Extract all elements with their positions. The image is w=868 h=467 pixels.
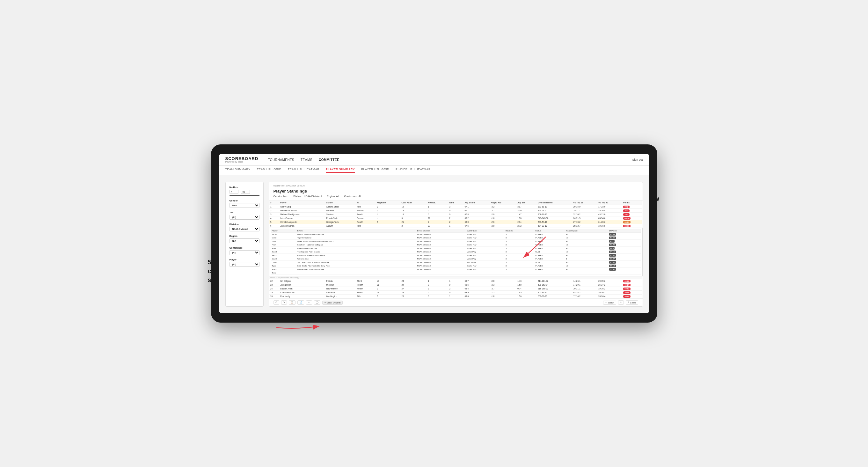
tablet-frame: SCOREBOARD Powered by clippi TOURNAMENTS… [211, 145, 657, 322]
filter-player-select[interactable]: (All) [229, 262, 259, 267]
points-badge[interactable]: 68.34 [623, 217, 630, 220]
th-reg-rank: Reg Rank [375, 200, 400, 205]
filter-no-rds-max[interactable] [241, 190, 250, 194]
points-badge[interactable]: 88.2 [623, 206, 629, 208]
tooltip-data-row: Tezh [271, 271, 641, 275]
points-badge[interactable]: 58.18 [623, 225, 630, 227]
table-row: 24 Bastien Amat New Mexico Fourth 1 27 2… [269, 287, 642, 291]
points-badge[interactable]: 70.2 [623, 213, 629, 216]
points-badge[interactable]: 60.02 [623, 287, 630, 290]
filter-panel: No Rds. - Gender Men [225, 182, 264, 307]
tooltip-data-row: PrichSouthern Highlands CollegiateNCAA D… [271, 243, 641, 247]
points-badge[interactable]: 60.68 [623, 280, 630, 282]
filter-conference-select[interactable]: (All) [229, 250, 259, 255]
th-points: Points [622, 200, 642, 205]
th-school: School [325, 200, 356, 205]
filter-slider[interactable] [229, 195, 259, 196]
filter-no-rds-label: No Rds. [229, 186, 259, 189]
cell-record: 381-61-11 [536, 205, 572, 209]
th-adj-score: Adj. Score [463, 200, 489, 205]
table-row: 23 Jack Lundin Missouri Fourth 11 24 0 0… [269, 283, 642, 287]
tooltip-content: Player Event Event Division Event Type R… [269, 228, 642, 276]
table-scroll-area[interactable]: # Player School Yr Reg Rank Conf Rank No… [269, 200, 643, 299]
settings-button[interactable]: ◯ [314, 300, 320, 305]
filter-year-select[interactable]: (All) [229, 215, 259, 220]
data-panel-filters: Gender: Men Division: NCAA Division I Re… [274, 195, 638, 198]
nav-bar: SCOREBOARD Powered by clippi TOURNAMENTS… [219, 154, 649, 166]
cell-player: Wenyi Ding [279, 205, 325, 209]
cell-points[interactable]: 88.2 [622, 205, 642, 209]
data-panel-header: Update time: 27/01/2024 16:56:26 Player … [269, 182, 643, 200]
cell-wins: 3 [448, 205, 463, 209]
tooltip-data-row: DavidWilliams CupNCAA Division IMatch Pl… [271, 257, 641, 261]
main-content: No Rds. - Gender Men [219, 175, 649, 313]
nav-link-tournaments[interactable]: TOURNAMENTS [268, 158, 294, 162]
points-badge[interactable]: 60.89 [623, 221, 630, 223]
redo-button[interactable]: ↷ [281, 300, 287, 305]
table-row: 1 Wenyi Ding Arizona State First 1 15 1 … [269, 205, 642, 209]
filter-chip-region: Region: All [327, 195, 339, 198]
data-panel-title: Player Standings [274, 189, 638, 193]
filter-region-section: Region N/A [229, 235, 259, 243]
undo-button[interactable]: ↶ [274, 300, 279, 305]
logo-sub: Powered by clippi [225, 161, 258, 163]
cell-rank: 1 [269, 205, 279, 209]
nav-link-committee[interactable]: COMMITTEE [319, 158, 340, 162]
table-row: 26 Petr Hruby Washington Fifth 7 23 0 1 … [269, 294, 642, 299]
cell-adj-score: 67.1 [463, 205, 489, 209]
sub-nav-player-summary[interactable]: PLAYER SUMMARY [326, 168, 355, 173]
watch-button[interactable]: 👁 Watch [603, 301, 616, 305]
th-rank: # [269, 200, 279, 205]
share-button[interactable]: ⇧ Share [626, 300, 638, 305]
filter-conference-label: Conference [229, 246, 259, 249]
filter-no-rds-min[interactable] [229, 190, 239, 194]
copy-button[interactable]: 📋 [289, 300, 296, 305]
table-row: 2 Michael La Sasso Ole Miss Second 1 18 … [269, 209, 642, 213]
standings-table: # Player School Yr Reg Rank Conf Rank No… [269, 200, 643, 299]
nav-link-teams[interactable]: TEAMS [301, 158, 312, 162]
sub-nav-team-summary[interactable]: TEAM SUMMARY [225, 168, 251, 173]
download-button[interactable]: ⬇ [618, 300, 624, 305]
points-badge[interactable]: 39.95 [623, 291, 630, 294]
filter-region-label: Region [229, 235, 259, 238]
th-wins: Wins [448, 200, 463, 205]
sub-nav-player-h2h-heatmap[interactable]: PLAYER H2H HEATMAP [396, 168, 431, 173]
sub-nav: TEAM SUMMARY TEAM H2H GRID TEAM H2H HEAT… [219, 166, 649, 175]
filter-region-select[interactable]: N/A [229, 239, 259, 243]
data-panel: Update time: 27/01/2024 16:56:26 Player … [269, 182, 643, 307]
sub-nav-team-h2h-heatmap[interactable]: TEAM H2H HEATMAP [288, 168, 319, 173]
th-vs25: Vs Top 25 [572, 200, 597, 205]
th-yr: Yr [356, 200, 375, 205]
th-player: Player [279, 200, 325, 205]
filter-division-section: Division NCAA Division I [229, 223, 259, 231]
filter-division-select[interactable]: NCAA Division I [229, 227, 259, 231]
nav-right: Sign out [632, 158, 643, 161]
points-badge[interactable]: 38.49 [623, 295, 630, 298]
filter-gender-label: Gender [229, 199, 259, 202]
cell-conf-rank: 15 [400, 205, 427, 209]
cell-avg-sg: 3.07 [516, 205, 536, 209]
view-original-button[interactable]: 👁 View: Original [322, 301, 343, 305]
bottom-bar: ↶ ↷ 📋 📄 ⋯ ◯ 👁 View: Original 👁 [269, 299, 643, 306]
table-row: 6 Jackson Kohon Auburn First - 2 27 1 67… [269, 224, 642, 228]
tooltip-data-row: BrenWake Forest Invitational at Pinehurs… [271, 240, 641, 243]
cell-vs25: 29-15-0 [572, 205, 597, 209]
th-vs50: Vs Top 50 [597, 200, 622, 205]
filter-division-label: Division [229, 223, 259, 226]
sub-nav-team-h2h-grid[interactable]: TEAM H2H GRID [257, 168, 281, 173]
tooltip-cell: Player Event Event Division Event Type R… [269, 228, 642, 276]
filter-conference-section: Conference (All) [229, 246, 259, 255]
sub-nav-player-h2h-grid[interactable]: PLAYER H2H GRID [361, 168, 389, 173]
cell-yr: First [356, 205, 375, 209]
filter-player-section: Player (All) [229, 258, 259, 267]
points-badge[interactable]: 76.2 [623, 210, 629, 212]
filter-year-label: Year [229, 211, 259, 214]
filter-gender-select[interactable]: Men Women [229, 203, 259, 208]
more-button[interactable]: ⋯ [306, 300, 312, 305]
table-row: Rows 7–21 (collapsed for display) [269, 276, 642, 279]
sign-out-link[interactable]: Sign out [632, 158, 643, 161]
filter-no-rds: No Rds. - [229, 186, 259, 196]
logo-area: SCOREBOARD Powered by clippi [225, 157, 258, 163]
paste-button[interactable]: 📄 [298, 300, 304, 305]
points-badge[interactable]: 60.27 [623, 284, 630, 286]
